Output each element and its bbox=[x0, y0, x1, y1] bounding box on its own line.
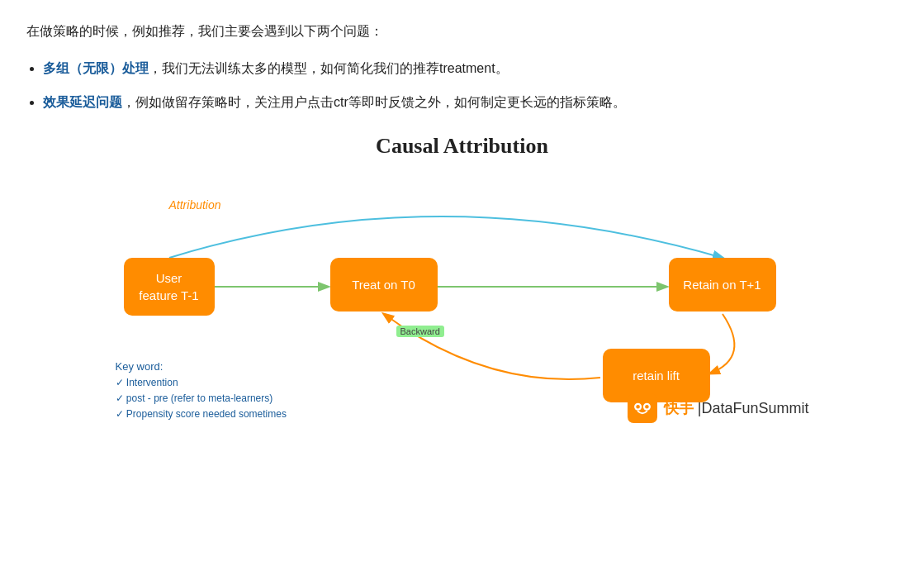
key-word-title: Key word: bbox=[116, 360, 287, 373]
attribution-label: Attribution bbox=[169, 198, 221, 212]
bullet-item-2: 效果延迟问题，例如做留存策略时，关注用户点击ctr等即时反馈之外，如何制定更长远… bbox=[43, 91, 898, 113]
bullet-rest-2: ，例如做留存策略时，关注用户点击ctr等即时反馈之外，如何制定更长远的指标策略。 bbox=[122, 95, 626, 109]
diagram-container: Attribution bbox=[91, 167, 834, 431]
key-word-item-3: Propensity score needed sometimes bbox=[116, 407, 287, 422]
diagram-section: Causal Attribution Attribution bbox=[26, 134, 898, 431]
logo-text: 快手 |DataFunSummit bbox=[664, 398, 809, 418]
bullet-list: 多组（无限）处理，我们无法训练太多的模型，如何简化我们的推荐treatment。… bbox=[43, 57, 898, 113]
key-word-item-1: Intervention bbox=[116, 375, 287, 391]
logo-brand: 快手 bbox=[664, 400, 694, 416]
intro-text: 在做策略的时候，例如推荐，我们主要会遇到以下两个问题： bbox=[26, 20, 898, 42]
logo-section: 快手 |DataFunSummit bbox=[628, 393, 809, 423]
node-treat-on: Treat on T0 bbox=[330, 258, 438, 312]
node-retain-on: Retain on T+1 bbox=[669, 258, 776, 312]
svg-rect-2 bbox=[628, 393, 657, 423]
bullet-item-1: 多组（无限）处理，我们无法训练太多的模型，如何简化我们的推荐treatment。 bbox=[43, 57, 898, 79]
diagram-title: Causal Attribution bbox=[376, 134, 548, 159]
svg-point-6 bbox=[645, 405, 649, 409]
svg-point-5 bbox=[636, 405, 640, 409]
bullet-bold-1: 多组（无限）处理 bbox=[43, 61, 149, 75]
node-user-feature: Userfeature T-1 bbox=[124, 258, 215, 316]
backward-label: Backward bbox=[396, 326, 444, 337]
bullet-rest-1: ，我们无法训练太多的模型，如何简化我们的推荐treatment。 bbox=[149, 61, 509, 75]
bullet-bold-2: 效果延迟问题 bbox=[43, 95, 122, 109]
key-word-section: Key word: Intervention post - pre (refer… bbox=[116, 360, 287, 423]
kuaishou-icon bbox=[628, 393, 657, 423]
key-word-item-2: post - pre (refer to meta-learners) bbox=[116, 391, 287, 407]
